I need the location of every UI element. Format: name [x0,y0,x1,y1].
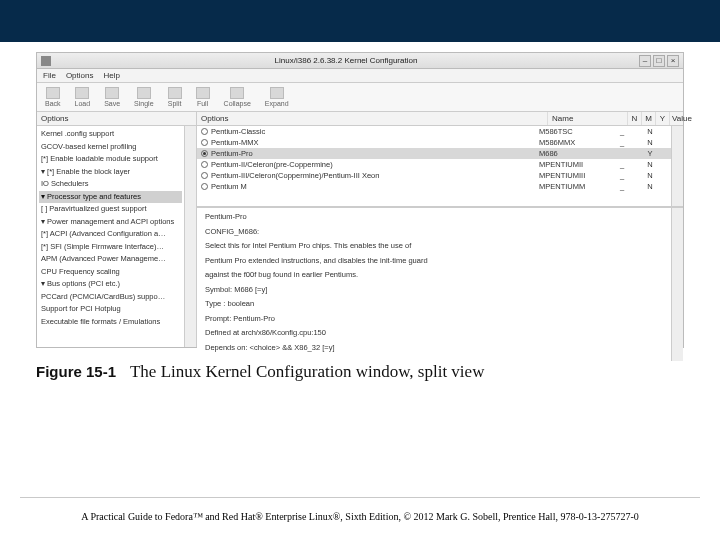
tree-item[interactable]: GCOV-based kernel profiling [39,141,182,154]
processor-option-list[interactable]: Pentium-ClassicM586TSC_NPentium-MMXM586M… [197,126,671,206]
detail-prompt: Prompt: Pentium-Pro [205,314,663,325]
full-icon [196,87,210,99]
load-icon [75,87,89,99]
expand-button[interactable]: Expand [265,87,289,107]
menu-options[interactable]: Options [66,71,94,80]
detail-defined-at: Defined at arch/x86/Kconfig.cpu:150 [205,328,663,339]
back-icon [46,87,60,99]
footer-divider [20,497,700,498]
collapse-icon [230,87,244,99]
window-title: Linux/i386 2.6.38.2 Kernel Configuration [55,56,637,65]
maximize-button[interactable]: □ [653,55,665,67]
menu-file[interactable]: File [43,71,56,80]
footer-citation: A Practical Guide to Fedora™ and Red Hat… [0,511,720,522]
tree-item[interactable]: IO Schedulers [39,178,182,191]
radio-icon[interactable] [201,128,208,135]
toolbar: Back Load Save Single Split Full Collaps… [37,83,683,112]
tree-item[interactable]: ▾ Power management and ACPI options [39,216,182,229]
split-icon [168,87,182,99]
tree-item[interactable]: ▾ Bus options (PCI etc.) [39,278,182,291]
detail-title: Pentium-Pro [205,212,663,223]
figure-caption-text: The Linux Kernel Configuration window, s… [130,362,484,381]
radio-icon[interactable] [201,150,208,157]
tree-item[interactable]: CPU Frequency scaling [39,266,182,279]
option-symbol: M586TSC [535,127,615,136]
tree-item[interactable]: ▾ Processor type and features [39,191,182,204]
option-row[interactable]: Pentium-II/Celeron(pre-Coppermine)MPENTI… [197,159,671,170]
detail-body-1: Select this for Intel Pentium Pro chips.… [205,241,663,252]
window-titlebar[interactable]: Linux/i386 2.6.38.2 Kernel Configuration… [37,53,683,69]
option-row[interactable]: Pentium-III/Celeron(Coppermine)/Pentium-… [197,170,671,181]
tree-item[interactable]: Support for PCI Hotplug [39,303,182,316]
detail-depends: Depends on: <choice> && X86_32 [=y] [205,343,663,354]
kernel-config-window: Linux/i386 2.6.38.2 Kernel Configuration… [36,52,684,348]
tree-item[interactable]: Kernel .config support [39,128,182,141]
save-button[interactable]: Save [104,87,120,107]
figure-number: Figure 15-1 [36,363,116,380]
tree-item[interactable]: [*] SFI (Simple Firmware Interface)… [39,241,182,254]
option-row[interactable]: Pentium-MMXM586MMX_N [197,137,671,148]
tree-item[interactable]: Executable file formats / Emulations [39,316,182,329]
single-icon [137,87,151,99]
split-button[interactable]: Split [168,87,182,107]
collapse-button[interactable]: Collapse [224,87,251,107]
options-tree[interactable]: Kernel .config supportGCOV-based kernel … [37,126,184,347]
option-label: Pentium-Classic [211,127,265,136]
tree-item[interactable]: [ ] Paravirtualized guest support [39,203,182,216]
tree-item[interactable]: ▾ [*] Enable the block layer [39,166,182,179]
option-label: Pentium-MMX [211,138,259,147]
radio-icon[interactable] [201,161,208,168]
single-button[interactable]: Single [134,87,153,107]
back-button[interactable]: Back [45,87,61,107]
radio-icon[interactable] [201,183,208,190]
option-symbol: MPENTIUMII [535,160,615,169]
left-scrollbar[interactable] [184,126,196,347]
detail-body-2: Pentium Pro extended instructions, and d… [205,256,663,267]
option-label: Pentium-II/Celeron(pre-Coppermine) [211,160,333,169]
menu-help[interactable]: Help [103,71,119,80]
slide-top-bar [0,0,720,42]
tree-item[interactable]: [*] ACPI (Advanced Configuration a… [39,228,182,241]
detail-body-3: against the f00f bug found in earlier Pe… [205,270,663,281]
minimize-button[interactable]: – [639,55,651,67]
right-pane: Options Name N M Y Value Pentium-Classic… [197,112,683,347]
left-pane-header: Options [37,112,196,126]
expand-icon [270,87,284,99]
right-list-header: Options Name N M Y Value [197,112,683,126]
option-label: Pentium-Pro [211,149,253,158]
left-options-pane: Options Kernel .config supportGCOV-based… [37,112,197,347]
load-button[interactable]: Load [75,87,91,107]
tree-item[interactable]: APM (Advanced Power Manageme… [39,253,182,266]
tree-item[interactable]: PCCard (PCMCIA/CardBus) suppo… [39,291,182,304]
option-row[interactable]: Pentium-ProM686Y [197,148,671,159]
detail-symbol: Symbol: M686 [=y] [205,285,663,296]
option-label: Pentium-III/Celeron(Coppermine)/Pentium-… [211,171,379,180]
radio-icon[interactable] [201,172,208,179]
option-label: Pentium M [211,182,247,191]
detail-type: Type : boolean [205,299,663,310]
app-icon [41,56,51,66]
save-icon [105,87,119,99]
option-symbol: M586MMX [535,138,615,147]
full-button[interactable]: Full [196,87,210,107]
option-symbol: M686 [535,149,615,158]
detail-scrollbar[interactable] [671,208,683,361]
radio-icon[interactable] [201,139,208,146]
right-list-scrollbar[interactable] [671,126,683,206]
tree-item[interactable]: [*] Enable loadable module support [39,153,182,166]
option-row[interactable]: Pentium MMPENTIUMM_N [197,181,671,192]
detail-config: CONFIG_M686: [205,227,663,238]
detail-pane: Pentium-Pro CONFIG_M686: Select this for… [197,208,671,361]
menubar: File Options Help [37,69,683,83]
option-symbol: MPENTIUMIII [535,171,615,180]
option-row[interactable]: Pentium-ClassicM586TSC_N [197,126,671,137]
option-symbol: MPENTIUMM [535,182,615,191]
close-button[interactable]: × [667,55,679,67]
